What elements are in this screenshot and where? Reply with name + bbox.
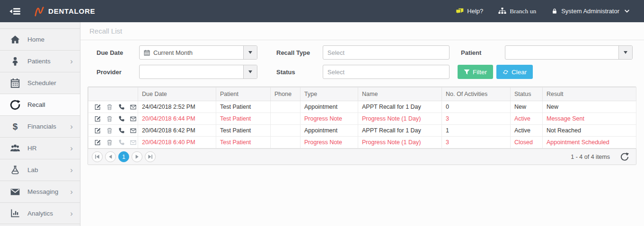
lab-icon xyxy=(10,165,20,175)
column-header-patient[interactable]: Patient xyxy=(216,87,271,101)
cell-activities: 3 xyxy=(442,113,511,125)
trash-icon xyxy=(106,104,113,111)
column-header-phone[interactable]: Phone xyxy=(271,87,300,101)
phone-icon xyxy=(118,104,125,111)
provider-label: Provider xyxy=(97,69,139,76)
edit-button[interactable] xyxy=(94,139,101,146)
provider-dropdown[interactable] xyxy=(139,65,257,79)
table-header-row: Due DatePatientPhoneTypeNameNo. Of Activ… xyxy=(88,87,636,101)
cell-phone xyxy=(271,113,300,125)
first-page-button[interactable] xyxy=(92,151,103,162)
patient-dropdown[interactable] xyxy=(505,45,633,60)
help-menu[interactable]: Help? xyxy=(456,7,483,15)
column-header-due-date[interactable]: Due Date xyxy=(138,87,216,101)
cell-due-date: 24/04/2018 2:52 PM xyxy=(138,101,216,113)
cell-patient: Test Patient xyxy=(216,101,271,113)
cell-type: Appointment xyxy=(300,101,358,113)
cell-phone xyxy=(271,125,300,137)
sidebar-item-patients[interactable]: Patients› xyxy=(0,50,80,72)
column-header-no-of-activities[interactable]: No. Of Activities xyxy=(442,87,511,101)
sidebar-item-label: Scheduler xyxy=(27,79,56,87)
status-input[interactable] xyxy=(323,65,450,79)
clear-button[interactable]: Clear xyxy=(496,65,533,79)
row-actions xyxy=(92,115,134,122)
column-header-result[interactable]: Result xyxy=(543,87,636,101)
sidebar-item-label: Analytics xyxy=(27,210,53,217)
sidebar-item-hr[interactable]: HR› xyxy=(0,137,80,159)
user-label: System Administrator xyxy=(561,8,619,15)
cell-name: APPT Recall for 1 Day xyxy=(358,101,442,113)
sidebar-item-scheduler[interactable]: Scheduler xyxy=(0,72,80,94)
filter-button-label: Filter xyxy=(473,69,487,76)
edit-button[interactable] xyxy=(94,115,101,122)
phone-icon xyxy=(118,139,125,146)
provider-dropdown-button[interactable] xyxy=(243,65,257,78)
sidebar: HomePatients›SchedulerRecall$Financials›… xyxy=(0,22,80,226)
row-actions xyxy=(92,139,134,146)
user-menu[interactable]: System Administrator xyxy=(551,8,634,15)
sidebar-item-financials[interactable]: $Financials› xyxy=(0,115,80,137)
cell-name: Progress Note (1 Day) xyxy=(358,113,442,125)
collapse-menu-button[interactable] xyxy=(9,6,23,17)
due-date-dropdown-button[interactable] xyxy=(243,46,257,59)
branch-menu[interactable]: Branch un xyxy=(498,7,536,15)
cell-status: Active xyxy=(511,113,543,125)
delete-button[interactable] xyxy=(106,115,113,122)
sidebar-item-lab[interactable]: Lab› xyxy=(0,159,80,181)
chevron-right-icon: › xyxy=(70,122,73,130)
edit-button[interactable] xyxy=(94,104,101,111)
next-page-button[interactable] xyxy=(132,151,142,162)
call-button[interactable] xyxy=(118,115,125,122)
column-header-type[interactable]: Type xyxy=(300,87,358,101)
help-label: Help? xyxy=(467,8,483,15)
delete-button[interactable] xyxy=(106,127,113,134)
branch-sitemap-icon xyxy=(498,7,506,15)
row-actions xyxy=(92,127,134,134)
recall-type-label: Recall Type xyxy=(276,49,323,56)
patient-dropdown-button[interactable] xyxy=(618,46,632,59)
page-1-button[interactable]: 1 xyxy=(118,151,129,162)
call-button[interactable] xyxy=(118,104,125,111)
cell-type: Appointment xyxy=(300,125,358,137)
column-header-status[interactable]: Status xyxy=(511,87,543,101)
caret-down-icon xyxy=(624,8,630,15)
chevron-right-icon: › xyxy=(70,57,73,65)
prev-page-button[interactable] xyxy=(105,151,116,162)
call-button[interactable] xyxy=(118,127,125,134)
page-title: Recall List xyxy=(89,27,122,35)
hr-icon xyxy=(10,143,20,154)
sidebar-item-messaging[interactable]: Messaging› xyxy=(0,181,80,202)
home-icon xyxy=(10,35,20,45)
envelope-icon xyxy=(130,115,137,122)
delete-button[interactable] xyxy=(106,139,113,146)
last-page-button[interactable] xyxy=(145,151,156,162)
delete-button[interactable] xyxy=(106,104,113,111)
cell-result: Message Sent xyxy=(543,113,636,125)
filter-button[interactable]: Filter xyxy=(458,65,493,79)
status-label: Status xyxy=(276,69,323,76)
table-row: 20/04/2018 6:42 PMTest PatientAppointmen… xyxy=(88,125,636,137)
sidebar-item-home[interactable]: Home xyxy=(0,28,80,50)
cell-patient: Test Patient xyxy=(216,137,271,148)
email-button[interactable] xyxy=(130,115,137,122)
table-row: 24/04/2018 2:52 PMTest PatientAppointmen… xyxy=(88,101,636,113)
dropdown-caret-icon xyxy=(624,51,627,54)
collapse-menu-icon xyxy=(9,6,23,17)
brand[interactable]: DENTALORE xyxy=(34,6,95,17)
sidebar-item-recall[interactable]: Recall xyxy=(0,94,80,115)
financials-icon: $ xyxy=(10,122,20,132)
due-date-dropdown[interactable]: Current Month xyxy=(139,45,257,60)
sidebar-item-label: Messaging xyxy=(27,188,58,195)
cell-status: New xyxy=(511,101,543,113)
edit-button[interactable] xyxy=(94,127,101,134)
patient-value xyxy=(505,46,618,59)
recall-type-input[interactable] xyxy=(323,45,450,60)
email-button[interactable] xyxy=(130,104,137,111)
refresh-button[interactable] xyxy=(620,152,629,162)
cell-due-date: 20/04/2018 6:44 PM xyxy=(138,113,216,125)
column-header-name[interactable]: Name xyxy=(358,87,442,101)
sidebar-item-analytics[interactable]: Analytics› xyxy=(0,202,80,224)
branch-label: Branch un xyxy=(510,8,536,15)
email-button[interactable] xyxy=(130,127,137,134)
sidebar-item-label: Lab xyxy=(27,166,38,174)
